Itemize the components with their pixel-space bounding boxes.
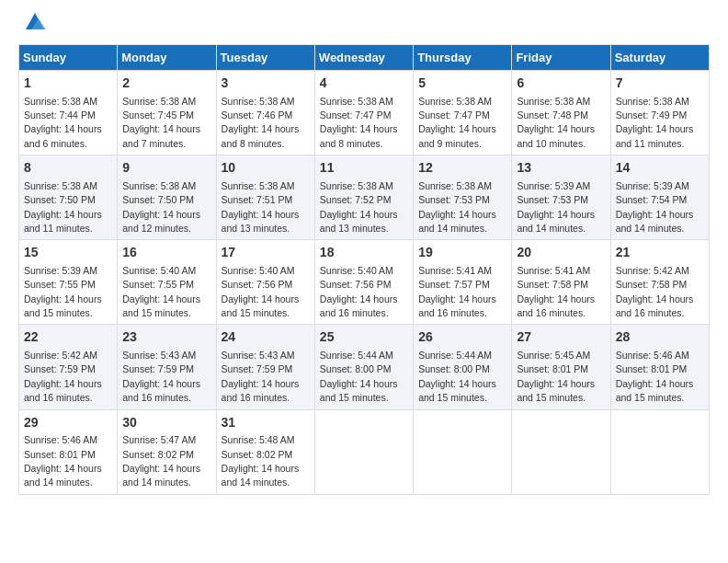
day-number: 29 xyxy=(24,414,112,432)
day-number: 18 xyxy=(320,244,408,262)
day-info: Sunrise: 5:41 AMSunset: 7:58 PMDaylight:… xyxy=(517,265,595,318)
day-info: Sunrise: 5:39 AMSunset: 7:55 PMDaylight:… xyxy=(24,265,102,318)
day-info: Sunrise: 5:39 AMSunset: 7:53 PMDaylight:… xyxy=(517,180,595,234)
calendar-day-7: 7Sunrise: 5:38 AMSunset: 7:49 PMDaylight… xyxy=(610,71,709,155)
day-info: Sunrise: 5:42 AMSunset: 7:58 PMDaylight:… xyxy=(616,265,694,318)
day-info: Sunrise: 5:41 AMSunset: 7:57 PMDaylight:… xyxy=(418,265,496,318)
calendar-day-10: 10Sunrise: 5:38 AMSunset: 7:51 PMDayligh… xyxy=(216,155,314,240)
day-info: Sunrise: 5:43 AMSunset: 7:59 PMDaylight:… xyxy=(222,350,300,403)
calendar-day-23: 23Sunrise: 5:43 AMSunset: 7:59 PMDayligh… xyxy=(118,325,216,409)
calendar-day-24: 24Sunrise: 5:43 AMSunset: 7:59 PMDayligh… xyxy=(216,325,314,409)
day-number: 10 xyxy=(222,159,310,178)
calendar-header-tuesday: Tuesday xyxy=(216,45,314,71)
calendar-header-thursday: Thursday xyxy=(414,45,512,71)
calendar-day-21: 21Sunrise: 5:42 AMSunset: 7:58 PMDayligh… xyxy=(610,240,709,325)
day-info: Sunrise: 5:38 AMSunset: 7:48 PMDaylight:… xyxy=(517,96,595,149)
calendar-header-row: SundayMondayTuesdayWednesdayThursdayFrid… xyxy=(19,45,710,71)
calendar-day-13: 13Sunrise: 5:39 AMSunset: 7:53 PMDayligh… xyxy=(512,155,610,240)
calendar-day-empty xyxy=(610,409,709,494)
day-number: 22 xyxy=(24,328,112,347)
day-info: Sunrise: 5:47 AMSunset: 8:02 PMDaylight:… xyxy=(122,434,200,488)
day-number: 25 xyxy=(320,328,408,347)
calendar-day-5: 5Sunrise: 5:38 AMSunset: 7:47 PMDaylight… xyxy=(414,71,512,155)
calendar-day-8: 8Sunrise: 5:38 AMSunset: 7:50 PMDaylight… xyxy=(19,155,118,240)
calendar-day-2: 2Sunrise: 5:38 AMSunset: 7:45 PMDaylight… xyxy=(118,71,216,155)
calendar-week-row: 29Sunrise: 5:46 AMSunset: 8:01 PMDayligh… xyxy=(19,409,710,494)
calendar-header-monday: Monday xyxy=(118,45,216,71)
day-number: 3 xyxy=(222,75,310,93)
calendar-day-27: 27Sunrise: 5:45 AMSunset: 8:01 PMDayligh… xyxy=(512,325,610,409)
calendar-week-row: 1Sunrise: 5:38 AMSunset: 7:44 PMDaylight… xyxy=(19,71,710,155)
calendar-table: SundayMondayTuesdayWednesdayThursdayFrid… xyxy=(18,44,710,495)
logo xyxy=(18,18,48,35)
day-info: Sunrise: 5:45 AMSunset: 8:01 PMDaylight:… xyxy=(517,350,595,403)
calendar-header-wednesday: Wednesday xyxy=(314,45,413,71)
day-info: Sunrise: 5:44 AMSunset: 8:00 PMDaylight:… xyxy=(418,350,496,403)
calendar-day-17: 17Sunrise: 5:40 AMSunset: 7:56 PMDayligh… xyxy=(216,240,314,325)
day-info: Sunrise: 5:40 AMSunset: 7:56 PMDaylight:… xyxy=(222,265,300,318)
day-info: Sunrise: 5:40 AMSunset: 7:56 PMDaylight:… xyxy=(320,265,398,318)
day-info: Sunrise: 5:44 AMSunset: 8:00 PMDaylight:… xyxy=(320,350,398,403)
day-info: Sunrise: 5:48 AMSunset: 8:02 PMDaylight:… xyxy=(222,434,300,488)
day-info: Sunrise: 5:39 AMSunset: 7:54 PMDaylight:… xyxy=(616,180,694,234)
calendar-day-empty xyxy=(414,409,512,494)
day-info: Sunrise: 5:38 AMSunset: 7:50 PMDaylight:… xyxy=(24,180,102,234)
day-number: 26 xyxy=(418,328,506,347)
day-number: 8 xyxy=(24,159,112,178)
calendar-day-empty xyxy=(512,409,610,494)
calendar-day-11: 11Sunrise: 5:38 AMSunset: 7:52 PMDayligh… xyxy=(314,155,413,240)
day-number: 11 xyxy=(320,159,408,178)
logo-icon xyxy=(22,9,48,35)
day-info: Sunrise: 5:38 AMSunset: 7:53 PMDaylight:… xyxy=(418,180,496,234)
day-number: 17 xyxy=(222,244,310,262)
header xyxy=(18,18,710,35)
calendar-day-15: 15Sunrise: 5:39 AMSunset: 7:55 PMDayligh… xyxy=(19,240,118,325)
calendar-day-1: 1Sunrise: 5:38 AMSunset: 7:44 PMDaylight… xyxy=(19,71,118,155)
calendar-week-row: 8Sunrise: 5:38 AMSunset: 7:50 PMDaylight… xyxy=(19,155,710,240)
calendar-week-row: 15Sunrise: 5:39 AMSunset: 7:55 PMDayligh… xyxy=(19,240,710,325)
calendar-day-20: 20Sunrise: 5:41 AMSunset: 7:58 PMDayligh… xyxy=(512,240,610,325)
calendar-day-3: 3Sunrise: 5:38 AMSunset: 7:46 PMDaylight… xyxy=(216,71,314,155)
day-info: Sunrise: 5:38 AMSunset: 7:52 PMDaylight:… xyxy=(320,180,398,234)
day-number: 28 xyxy=(616,328,704,347)
calendar-day-28: 28Sunrise: 5:46 AMSunset: 8:01 PMDayligh… xyxy=(610,325,709,409)
calendar-day-29: 29Sunrise: 5:46 AMSunset: 8:01 PMDayligh… xyxy=(19,409,118,494)
calendar-day-22: 22Sunrise: 5:42 AMSunset: 7:59 PMDayligh… xyxy=(19,325,118,409)
day-number: 31 xyxy=(222,414,310,432)
calendar-day-18: 18Sunrise: 5:40 AMSunset: 7:56 PMDayligh… xyxy=(314,240,413,325)
day-number: 7 xyxy=(616,75,704,93)
calendar-day-9: 9Sunrise: 5:38 AMSunset: 7:50 PMDaylight… xyxy=(118,155,216,240)
calendar-header-sunday: Sunday xyxy=(19,45,118,71)
calendar-day-30: 30Sunrise: 5:47 AMSunset: 8:02 PMDayligh… xyxy=(118,409,216,494)
calendar-header-saturday: Saturday xyxy=(610,45,709,71)
day-info: Sunrise: 5:46 AMSunset: 8:01 PMDaylight:… xyxy=(616,350,694,403)
day-info: Sunrise: 5:40 AMSunset: 7:55 PMDaylight:… xyxy=(122,265,200,318)
day-number: 20 xyxy=(517,244,605,262)
day-info: Sunrise: 5:38 AMSunset: 7:47 PMDaylight:… xyxy=(418,96,496,149)
calendar-day-26: 26Sunrise: 5:44 AMSunset: 8:00 PMDayligh… xyxy=(414,325,512,409)
day-info: Sunrise: 5:38 AMSunset: 7:45 PMDaylight:… xyxy=(122,96,200,149)
calendar-week-row: 22Sunrise: 5:42 AMSunset: 7:59 PMDayligh… xyxy=(19,325,710,409)
calendar-day-25: 25Sunrise: 5:44 AMSunset: 8:00 PMDayligh… xyxy=(314,325,413,409)
calendar-day-6: 6Sunrise: 5:38 AMSunset: 7:48 PMDaylight… xyxy=(512,71,610,155)
day-number: 15 xyxy=(24,244,112,262)
day-number: 2 xyxy=(122,75,210,93)
calendar-day-empty xyxy=(314,409,413,494)
day-number: 6 xyxy=(517,75,605,93)
day-info: Sunrise: 5:38 AMSunset: 7:50 PMDaylight:… xyxy=(122,180,200,234)
calendar-day-31: 31Sunrise: 5:48 AMSunset: 8:02 PMDayligh… xyxy=(216,409,314,494)
day-number: 1 xyxy=(24,75,112,93)
day-number: 24 xyxy=(222,328,310,347)
day-info: Sunrise: 5:42 AMSunset: 7:59 PMDaylight:… xyxy=(24,350,102,403)
day-info: Sunrise: 5:38 AMSunset: 7:46 PMDaylight:… xyxy=(222,96,300,149)
day-number: 27 xyxy=(517,328,605,347)
day-info: Sunrise: 5:38 AMSunset: 7:51 PMDaylight:… xyxy=(222,180,300,234)
day-number: 4 xyxy=(320,75,408,93)
calendar-day-19: 19Sunrise: 5:41 AMSunset: 7:57 PMDayligh… xyxy=(414,240,512,325)
day-info: Sunrise: 5:38 AMSunset: 7:44 PMDaylight:… xyxy=(24,96,102,149)
day-number: 16 xyxy=(122,244,210,262)
day-number: 14 xyxy=(616,159,704,178)
day-info: Sunrise: 5:38 AMSunset: 7:47 PMDaylight:… xyxy=(320,96,398,149)
day-number: 12 xyxy=(418,159,506,178)
day-info: Sunrise: 5:46 AMSunset: 8:01 PMDaylight:… xyxy=(24,434,102,488)
